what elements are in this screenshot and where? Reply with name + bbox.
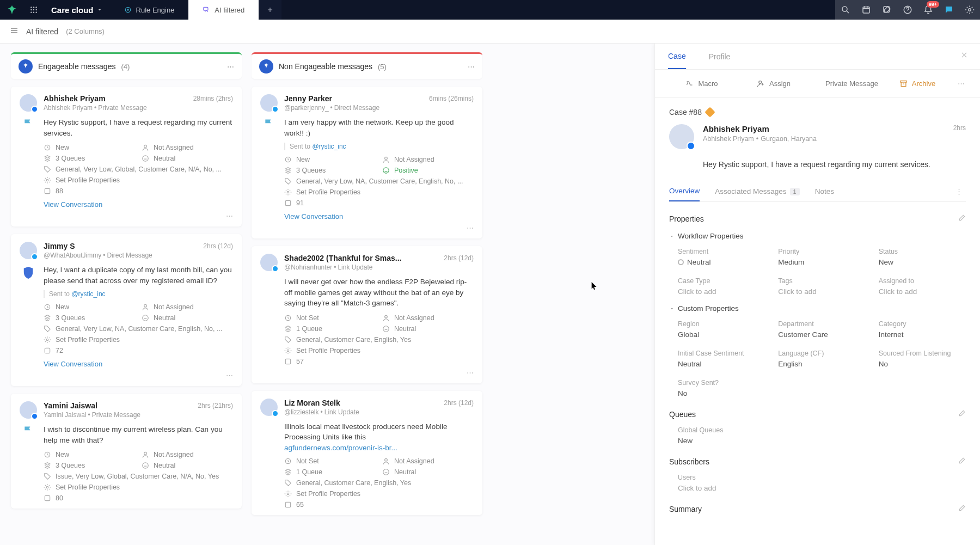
- property-value: Neutral: [678, 360, 765, 368]
- help-icon[interactable]: [903, 5, 912, 15]
- card-side-icon: [20, 424, 37, 445]
- property[interactable]: Assigned to Click to add: [879, 277, 966, 296]
- message-card[interactable]: Liz Moran Stelk2hrs (12d) @lizziestelk•L…: [252, 391, 482, 515]
- property[interactable]: Department Customer Care: [778, 320, 865, 339]
- message-card[interactable]: Jenny Parker6mins (26mins) @parkerjenny_…: [252, 87, 482, 238]
- case-tab-notes[interactable]: Notes: [815, 182, 834, 201]
- gear-icon: [44, 483, 51, 491]
- property-value[interactable]: Click to add: [778, 287, 865, 296]
- contact-name: Yamini Jaiswal: [44, 401, 97, 410]
- gear-icon: [284, 188, 292, 196]
- case-tab-associated[interactable]: Associated Messages1: [715, 182, 799, 201]
- property[interactable]: Users Click to add: [678, 474, 966, 492]
- property[interactable]: Global Queues New: [678, 426, 966, 445]
- svg-point-19: [143, 156, 149, 162]
- property[interactable]: Survey Sent? No: [678, 379, 765, 397]
- tab-rule-engine[interactable]: Rule Engine: [110, 0, 189, 20]
- message-card[interactable]: Shade2002 (Thankful for Smas...2hrs (12d…: [252, 246, 482, 383]
- panel-close-button[interactable]: [960, 51, 968, 60]
- subscribers-title: Subscribers: [669, 457, 709, 466]
- property[interactable]: Tags Click to add: [778, 277, 865, 296]
- card-more-icon[interactable]: ⋯: [260, 369, 474, 377]
- property[interactable]: Sourced From Listening No: [879, 350, 966, 368]
- notifications-icon[interactable]: 99+: [923, 5, 933, 15]
- card-more-icon[interactable]: ⋯: [260, 224, 474, 232]
- panel-actions-more[interactable]: ⋯: [955, 79, 967, 88]
- property[interactable]: Priority Medium: [778, 248, 865, 266]
- message-link[interactable]: agfundernews.com/provenir-is-br...: [284, 444, 474, 452]
- edit-properties-icon[interactable]: [958, 214, 966, 223]
- message-card[interactable]: Yamini Jaiswal2hrs (21hrs) Yamini Jaiswa…: [11, 394, 242, 509]
- macro-action[interactable]: Macro: [668, 76, 736, 91]
- chevron-down-icon: [669, 306, 675, 311]
- case-tab-overview[interactable]: Overview: [669, 181, 700, 201]
- property[interactable]: Status New: [879, 248, 966, 266]
- product-logo[interactable]: [0, 4, 24, 15]
- property-value[interactable]: Click to add: [678, 287, 765, 296]
- calendar-icon[interactable]: [861, 5, 871, 15]
- message-card[interactable]: Abhishek Priyam28mins (2hrs) Abhishek Pr…: [11, 87, 242, 226]
- property-value[interactable]: Click to add: [879, 287, 966, 296]
- property[interactable]: Sentiment Neutral: [678, 248, 765, 266]
- settings-icon[interactable]: [965, 5, 975, 15]
- case-message: Hey Rystic support, I have a request reg…: [703, 159, 966, 170]
- avatar[interactable]: [20, 94, 37, 112]
- card-side-icon: [20, 265, 37, 298]
- meta-id: 88: [44, 187, 233, 195]
- edit-summary-icon[interactable]: [958, 504, 966, 513]
- meta-status: New: [44, 303, 135, 311]
- edit-subscribers-icon[interactable]: [958, 457, 966, 466]
- app-switcher-icon[interactable]: [24, 6, 44, 14]
- panel-tab-case[interactable]: Case: [668, 44, 686, 69]
- message-card[interactable]: Jimmy S2hrs (12d) @WhatAboutJimmy•Direct…: [11, 234, 242, 386]
- menu-icon[interactable]: [10, 26, 19, 36]
- clock-icon: [284, 314, 292, 322]
- property-label: Sourced From Listening: [879, 350, 966, 357]
- column-more-icon[interactable]: ⋯: [468, 63, 475, 71]
- property[interactable]: Region Global: [678, 320, 765, 339]
- archive-action[interactable]: Archive: [884, 76, 951, 91]
- tag-icon: [44, 325, 51, 333]
- avatar[interactable]: [260, 94, 278, 112]
- svg-rect-46: [285, 502, 290, 507]
- add-tab-button[interactable]: [259, 0, 281, 20]
- avatar[interactable]: [20, 401, 37, 419]
- view-conversation-link[interactable]: View Conversation: [44, 360, 233, 368]
- id-icon: [44, 347, 51, 354]
- assign-action[interactable]: Assign: [740, 76, 807, 91]
- private-message-action[interactable]: Private Message: [812, 76, 879, 91]
- property-value: New: [879, 258, 966, 266]
- contact-handle: @lizziestelk•Link Update: [284, 408, 474, 416]
- property[interactable]: Category Internet: [879, 320, 966, 339]
- avatar[interactable]: [260, 254, 278, 271]
- stack-icon: [284, 167, 292, 174]
- workspace-switcher[interactable]: Care cloud: [44, 0, 110, 20]
- contact-name: Abhishek Priyam: [44, 94, 106, 103]
- svg-rect-48: [901, 81, 906, 83]
- custom-properties-toggle[interactable]: Custom Properties: [669, 304, 966, 313]
- svg-rect-11: [204, 7, 208, 10]
- column-more-icon[interactable]: ⋯: [227, 63, 234, 71]
- chat-icon[interactable]: [944, 5, 954, 15]
- property-value[interactable]: Click to add: [678, 484, 966, 492]
- search-icon[interactable]: [841, 5, 850, 15]
- view-conversation-link[interactable]: View Conversation: [284, 212, 474, 221]
- edit-queues-icon[interactable]: [958, 409, 966, 419]
- card-more-icon[interactable]: ⋯: [20, 212, 233, 220]
- stack-icon: [44, 462, 51, 469]
- view-conversation-link[interactable]: View Conversation: [44, 200, 233, 209]
- tab-ai-filtered[interactable]: AI filtered: [188, 0, 259, 20]
- property[interactable]: Case Type Click to add: [678, 277, 765, 296]
- property[interactable]: Initial Case Sentiment Neutral: [678, 350, 765, 368]
- case-avatar[interactable]: [669, 124, 694, 149]
- workflow-properties-toggle[interactable]: Workflow Properties: [669, 232, 966, 240]
- svg-point-18: [144, 145, 147, 148]
- property[interactable]: Language (CF) English: [778, 350, 865, 368]
- case-tab-more[interactable]: ⋮: [952, 187, 966, 195]
- compose-icon[interactable]: [882, 5, 892, 15]
- message-time: 2hrs (12d): [203, 242, 233, 250]
- avatar[interactable]: [260, 399, 278, 416]
- card-more-icon[interactable]: ⋯: [20, 371, 233, 379]
- panel-tab-profile[interactable]: Profile: [709, 45, 731, 69]
- avatar[interactable]: [20, 242, 37, 259]
